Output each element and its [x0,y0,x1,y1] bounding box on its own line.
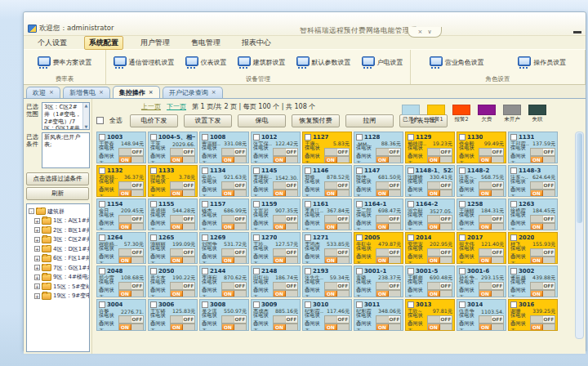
power-protect-toggle[interactable]: OFF [221,282,247,290]
meter-card[interactable]: 3006王军铸125.83元保电状态OFF合闸状态ON [148,299,198,331]
card-checkbox[interactable] [305,134,311,141]
gate-status-toggle[interactable]: ON [118,290,144,298]
meter-card[interactable]: 3010纪彩霞..117.46元保电状态OFF合闸状态ON [302,299,352,331]
scrollbar-thumb[interactable] [577,133,582,223]
expand-icon[interactable]: + [34,218,40,224]
power-protect-toggle[interactable]: OFF [530,282,555,290]
expand-icon[interactable]: + [34,237,40,243]
gate-status-toggle[interactable]: ON [479,257,504,265]
tree-root[interactable]: -建筑群 [29,208,89,216]
meter-card[interactable]: 1146郭修878.52元保电状态OFF合闸状态ON [302,165,352,197]
meter-card[interactable]: 2048郑少雷108.68元保电状态OFF合闸状态ON [96,266,146,297]
gate-status-toggle[interactable]: ON [221,324,247,332]
power-protect-toggle[interactable]: OFF [376,148,401,156]
power-protect-toggle[interactable]: OFF [170,282,195,290]
ribbon-collapse-control[interactable]: × ∨ [408,27,442,38]
meter-card[interactable]: 2017祖大伟121.40元保电状态OFF合闸状态ON [457,232,506,264]
meter-card[interactable]: 1148-1、522沈娜铁330.41元保电状态OFF合闸状态ON [405,165,455,197]
document-tab[interactable]: 新增售电× [63,87,110,98]
gate-status-toggle[interactable]: ON [324,257,350,265]
card-checkbox[interactable] [202,134,208,141]
power-protect-toggle[interactable]: OFF [530,215,555,223]
meter-card[interactable]: 3001-5王麒彪690.48元保电状态OFF合闸状态ON [405,266,455,297]
ribbon-button[interactable]: 户电设置 [362,56,403,69]
gate-status-toggle[interactable]: ON [273,257,298,265]
gate-status-toggle[interactable]: ON [221,223,247,231]
card-checkbox[interactable] [408,301,414,308]
card-checkbox[interactable] [459,201,466,208]
power-protect-toggle[interactable]: OFF [170,215,195,223]
power-protect-toggle[interactable]: OFF [221,148,247,156]
gate-status-toggle[interactable]: ON [118,257,144,265]
gate-status-toggle[interactable]: ON [118,156,144,164]
meter-card[interactable]: 3004许黎2276.71..保电状态OFF合闸状态ON [96,299,146,331]
card-checkbox[interactable] [459,134,466,141]
gate-status-toggle[interactable]: ON [427,290,452,298]
power-protect-toggle[interactable]: OFF [530,315,555,324]
gate-status-toggle[interactable]: ON [376,257,401,265]
power-protect-toggle[interactable]: OFF [170,248,195,257]
meter-card[interactable]: 3016谢珊339.25元保电状态OFF合闸状态ON [508,299,558,331]
menu-tab[interactable]: 报表中心 [238,37,275,49]
meter-card[interactable]: 3014仇贵争1103.54..保电状态OFF合闸状态ON [457,299,506,331]
card-checkbox[interactable] [253,301,260,308]
card-checkbox[interactable] [253,167,260,174]
gate-status-toggle[interactable]: ON [324,324,350,332]
meter-card[interactable]: 1004-5、相一王英2029.66..保电状态OFF合闸状态ON [148,132,198,163]
gate-status-toggle[interactable]: ON [170,156,195,164]
document-tab[interactable]: 集控操作× [113,86,160,98]
card-checkbox[interactable] [253,201,260,208]
tree-item[interactable]: +19区：9#变电站（2# [34,292,89,300]
meter-card[interactable]: 1012张宝保..122.42元保电状态OFF合闸状态ON [251,132,301,163]
card-checkbox[interactable] [305,301,311,308]
power-protect-toggle[interactable]: OFF [118,282,144,290]
card-checkbox[interactable] [408,268,414,274]
card-checkbox[interactable] [408,167,414,174]
gate-status-toggle[interactable]: ON [118,190,144,198]
selected-range-listbox[interactable]: 3区：C区2#井（1#变电，2#变电）/7区：G区1#井 ▲▼ [42,102,90,130]
power-protect-toggle[interactable]: OFF [376,315,401,324]
card-checkbox[interactable] [408,201,414,208]
meter-card[interactable]: 2193张先生..59.34元保电状态OFF合闸状态ON [302,266,352,297]
card-checkbox[interactable] [459,268,466,274]
card-checkbox[interactable] [356,268,363,274]
gate-status-toggle[interactable]: ON [427,190,452,198]
card-checkbox[interactable] [459,301,466,308]
gate-status-toggle[interactable]: ON [324,156,350,164]
meter-card[interactable]: 3011纪彩霞348.06元保电状态OFF合闸状态ON [354,299,403,331]
tree-item[interactable]: +1区：A区1#井 [34,216,89,225]
chevron-down-icon[interactable]: ∨ [427,29,431,35]
meter-card[interactable]: 1147陈佳..681.50元保电状态OFF合闸状态ON [354,165,403,197]
gate-status-toggle[interactable]: ON [530,324,555,332]
ribbon-button[interactable]: 营业角色设置 [430,56,484,69]
gate-status-toggle[interactable]: ON [324,190,350,198]
meter-card[interactable]: 1127王康~5.83元保电状态OFF合闸状态ON [302,132,352,163]
card-checkbox[interactable] [150,134,157,141]
ribbon-button[interactable]: 仪表设置 [185,56,227,69]
ribbon-button[interactable]: 默认参数设置 [296,56,351,69]
minimize-button[interactable] [573,31,581,33]
card-checkbox[interactable] [253,268,260,274]
card-checkbox[interactable] [150,268,157,274]
prev-page-link[interactable]: 上一页 [141,102,161,111]
gate-status-toggle[interactable]: ON [479,223,504,231]
power-protect-toggle[interactable]: OFF [324,148,350,156]
meter-card[interactable]: 2144李瑾宛870.62元保电状态OFF合闸状态ON [199,266,249,297]
toolbar-button[interactable]: 保电 [238,114,286,127]
tree-item[interactable]: +6区：F区1#井（F区1# [34,254,89,262]
meter-card[interactable]: 1155贵通德544.28元保电状态OFF合闸状态ON [148,199,198,230]
gate-status-toggle[interactable]: ON [221,290,247,298]
tree-item[interactable]: +4区：D区1#井（D区1# [34,245,89,253]
meter-card[interactable]: 1148-3注浆~..624.64元保电状态OFF合闸状态ON [508,165,558,197]
power-protect-toggle[interactable]: OFF [479,215,504,223]
gate-status-toggle[interactable]: ON [170,190,195,198]
card-checkbox[interactable] [510,201,517,208]
expand-icon[interactable]: + [34,293,40,299]
card-checkbox[interactable] [356,201,363,208]
card-checkbox[interactable] [408,234,414,241]
gate-status-toggle[interactable]: ON [530,223,555,231]
gate-status-toggle[interactable]: ON [479,156,504,164]
power-protect-toggle[interactable]: OFF [221,215,247,223]
card-checkbox[interactable] [99,201,105,208]
power-protect-toggle[interactable]: OFF [479,315,504,324]
